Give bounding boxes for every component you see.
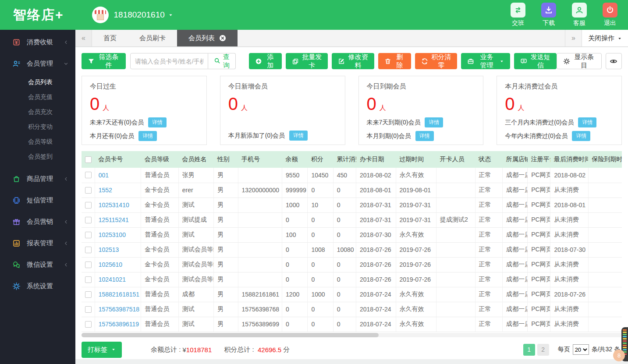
row-checkbox[interactable] <box>85 172 92 178</box>
business-button[interactable]: 业务管理 <box>461 53 510 69</box>
row-checkbox[interactable] <box>85 291 92 298</box>
search-button[interactable]: 查询 <box>208 53 236 69</box>
widget-badge[interactable]: 8 <box>613 350 625 361</box>
tab-member-list[interactable]: 会员列表 <box>177 30 238 46</box>
member-card-link[interactable]: 157563896119 <box>95 317 141 332</box>
sidebar-subitem-member-3[interactable]: 积分变动 <box>0 119 75 134</box>
row-select-cell <box>82 183 95 198</box>
member-card-link[interactable]: 10241021 <box>95 272 141 287</box>
search-icon <box>214 57 220 65</box>
table-cell: 0 <box>282 272 308 287</box>
row-checkbox[interactable] <box>85 276 92 283</box>
points-unit: 分 <box>283 346 290 354</box>
sidebar-item-member[interactable]: 会员管理 <box>0 53 75 74</box>
sidebar-subitem-member-5[interactable]: 会员签到 <box>0 149 75 164</box>
stat-card-today-new: 今日新增会员0人本月新添加了(0)会员详情 <box>220 76 345 145</box>
tab-scroll-right-button[interactable]: » <box>565 30 582 46</box>
avatar[interactable] <box>92 7 109 23</box>
filter-button[interactable]: 筛选条件 <box>82 53 126 69</box>
sidebar-subitem-member-1[interactable]: 会员充值 <box>0 89 75 104</box>
display-columns-button[interactable]: 显示条目 <box>557 53 602 69</box>
stat-line-text: 今年内未消费过(0)会员 <box>505 132 568 140</box>
member-table: 会员卡号会员等级会员姓名性别手机号余额积分累计消费办卡日期过期时间开卡人员状态所… <box>82 151 622 332</box>
table-cell: 成都一店 <box>502 212 527 227</box>
horizontal-scrollbar-thumb[interactable] <box>82 333 379 337</box>
detail-badge[interactable]: 详情 <box>148 117 167 127</box>
stat-card-line: 本月到期(0)会员详情 <box>367 131 475 141</box>
table-cell: 2018-07-31 <box>356 212 396 227</box>
add-button[interactable]: 添 加 <box>249 53 282 69</box>
table-cell <box>436 317 475 332</box>
header-action-service[interactable]: 客服 <box>572 3 587 27</box>
delete-button[interactable]: 删 除 <box>378 53 411 69</box>
sidebar-item-goods[interactable]: 商品管理 <box>0 168 75 190</box>
row-checkbox[interactable] <box>85 217 92 223</box>
member-card-link[interactable]: 1025610 <box>95 257 141 272</box>
table-cell <box>588 168 622 183</box>
member-card-link[interactable]: 001 <box>95 168 141 183</box>
detail-badge[interactable]: 详情 <box>289 131 308 141</box>
detail-badge[interactable]: 详情 <box>578 117 596 127</box>
member-card-link[interactable]: 1552 <box>95 183 141 198</box>
sidebar-item-system[interactable]: 系统设置 <box>0 276 75 297</box>
table-cell: 2019-07-26 <box>396 242 436 257</box>
per-page-select[interactable]: 20 <box>573 344 589 355</box>
tab-member-swipe[interactable]: 会员刷卡 <box>128 30 177 46</box>
tab-scroll-left-button[interactable]: « <box>75 30 92 46</box>
chevron-left-icon <box>64 241 68 246</box>
tab-home[interactable]: 首页 <box>92 30 128 46</box>
close-operations-button[interactable]: 关闭操作 <box>582 30 628 46</box>
header-action-shift[interactable]: 交班 <box>511 3 525 27</box>
floating-widget[interactable]: 8 <box>610 327 628 361</box>
print-tag-button[interactable]: 打标签 <box>82 342 122 358</box>
sidebar-subitem-member-2[interactable]: 会员充次 <box>0 104 75 119</box>
visibility-toggle-button[interactable] <box>606 53 622 69</box>
sidebar-item-cashier[interactable]: 消费收银 <box>0 32 75 53</box>
member-card-link[interactable]: 102531410 <box>95 198 141 212</box>
member-card-link[interactable]: 102513 <box>95 242 141 257</box>
row-checkbox[interactable] <box>85 187 92 194</box>
download-icon <box>541 3 556 18</box>
row-checkbox[interactable] <box>85 262 92 268</box>
sidebar-subitem-member-4[interactable]: 会员等级 <box>0 134 75 149</box>
detail-badge[interactable]: 详情 <box>415 131 434 141</box>
row-checkbox[interactable] <box>85 232 92 238</box>
page-button-2[interactable]: 2 <box>537 344 549 356</box>
table-cell <box>436 257 475 272</box>
select-all-checkbox[interactable] <box>85 156 92 163</box>
row-checkbox[interactable] <box>85 321 92 328</box>
sidebar-item-report[interactable]: 报表管理 <box>0 233 75 254</box>
batch-issue-button[interactable]: 批量发卡 <box>286 53 328 69</box>
edit-profile-button[interactable]: 修改资料 <box>332 53 374 69</box>
table-cell: 正常 <box>475 212 502 227</box>
row-checkbox[interactable] <box>85 202 92 209</box>
member-card-link[interactable]: 157563987518 <box>95 302 141 317</box>
points-reset-button[interactable]: 积分清零 <box>415 53 457 69</box>
close-icon[interactable] <box>219 35 226 42</box>
member-card-link[interactable]: 158821618151 <box>95 287 141 302</box>
account-menu[interactable]: 18180201610 <box>114 10 173 20</box>
table-cell: 成都一店 <box>502 198 527 212</box>
page-numbers: 12 <box>523 344 549 356</box>
sidebar-subitem-member-0[interactable]: 会员列表 <box>0 74 75 89</box>
tab-bar: « 首页会员刷卡会员列表 » 关闭操作 <box>75 30 628 47</box>
sidebar-item-marketing[interactable]: 会员营销 <box>0 211 75 233</box>
sidebar-item-wechat[interactable]: 微信设置 <box>0 254 75 276</box>
member-card-link[interactable]: 10253100 <box>95 227 141 242</box>
briefcase-icon <box>467 58 474 65</box>
header-action-download[interactable]: 下载 <box>541 3 556 27</box>
send-sms-button[interactable]: 发送短信 <box>514 53 556 69</box>
sidebar-item-sms[interactable]: 短信管理 <box>0 190 75 211</box>
search-input[interactable] <box>130 53 208 69</box>
table-row: 157563987518普通会员测试男157563987680002018-07… <box>82 302 622 317</box>
header-actions: 交班下载客服退出 <box>511 3 617 27</box>
row-checkbox[interactable] <box>85 247 92 253</box>
member-card-link[interactable]: 125115241 <box>95 212 141 227</box>
detail-badge[interactable]: 详情 <box>572 131 590 141</box>
page-button-1[interactable]: 1 <box>523 344 535 356</box>
header-action-logout[interactable]: 退出 <box>603 3 617 27</box>
row-checkbox[interactable] <box>85 306 92 313</box>
detail-badge[interactable]: 详情 <box>138 131 157 141</box>
detail-badge[interactable]: 详情 <box>425 117 443 127</box>
toolbar: 筛选条件 查询 添 加批量发卡修改资料删 除积分清零业务管理发送短信 显示条目 <box>82 53 622 69</box>
